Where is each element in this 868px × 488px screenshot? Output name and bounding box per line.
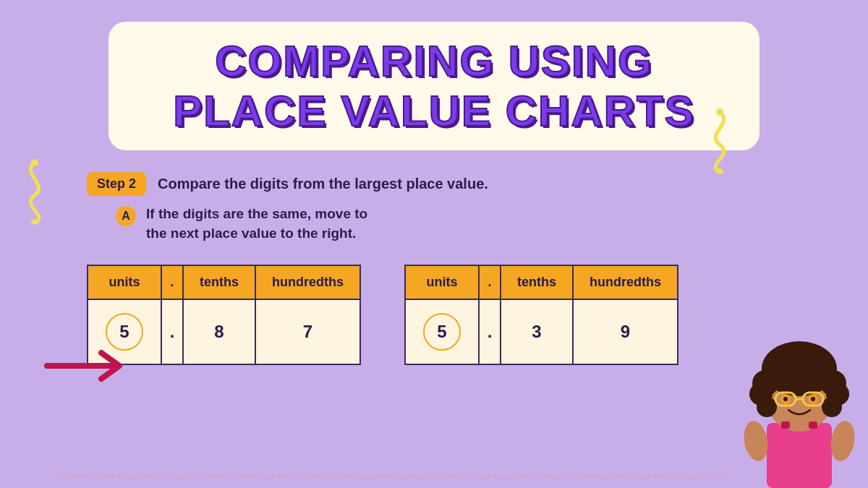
- decorative-squiggle-right: [698, 108, 741, 176]
- table2-cell-hundredths: 9: [573, 299, 678, 364]
- dashed-bottom-line: [58, 476, 723, 478]
- svg-point-20: [811, 397, 815, 401]
- title-box: COMPARING USING PLACE VALUE CHARTS: [109, 22, 760, 150]
- table2-circled-units: 5: [423, 313, 461, 351]
- sub-badge: A: [116, 206, 136, 226]
- arrow-container: [43, 344, 130, 387]
- place-value-table-2: units . tenths hundredths 5 . 3 9: [404, 265, 678, 365]
- svg-rect-22: [809, 421, 817, 429]
- table1-header-units: units: [88, 265, 161, 299]
- svg-point-13: [822, 397, 842, 417]
- page-title: COMPARING USING PLACE VALUE CHARTS: [152, 36, 716, 136]
- svg-point-0: [31, 159, 38, 166]
- table2-header-units: units: [405, 265, 479, 299]
- step-row: Step 2 Compare the digits from the large…: [87, 172, 781, 196]
- arrow-icon: [43, 344, 130, 384]
- decorative-squiggle-left: [13, 159, 56, 227]
- table1-cell-hundredths: 7: [255, 299, 360, 364]
- sub-step-row: A If the digits are the same, move to th…: [87, 205, 781, 243]
- table1-cell-tenths: 8: [183, 299, 255, 364]
- table2-header-dot: .: [479, 265, 501, 299]
- svg-rect-21: [781, 421, 790, 429]
- table1-cell-dot: .: [161, 299, 183, 364]
- character-illustration: [731, 329, 868, 488]
- table2-header-hundredths: hundredths: [573, 265, 678, 299]
- table2-cell-dot: .: [479, 299, 501, 364]
- svg-rect-4: [767, 423, 832, 488]
- sub-step-text: If the digits are the same, move to the …: [146, 205, 367, 243]
- step-section: Step 2 Compare the digits from the large…: [0, 165, 868, 250]
- table2-cell-units: 5: [405, 299, 479, 364]
- table1-header-tenths: tenths: [183, 265, 255, 299]
- svg-point-2: [716, 108, 723, 116]
- svg-point-24: [827, 419, 857, 463]
- step-description: Compare the digits from the largest plac…: [158, 176, 488, 192]
- svg-point-10: [757, 397, 777, 417]
- table2-header-tenths: tenths: [501, 265, 573, 299]
- svg-point-19: [783, 397, 788, 401]
- table1-header-hundredths: hundredths: [255, 265, 360, 299]
- svg-point-23: [741, 419, 770, 463]
- table2-cell-tenths: 3: [501, 299, 573, 364]
- table1-header-dot: .: [161, 265, 183, 299]
- character-svg: [731, 329, 868, 488]
- step-badge: Step 2: [87, 172, 146, 196]
